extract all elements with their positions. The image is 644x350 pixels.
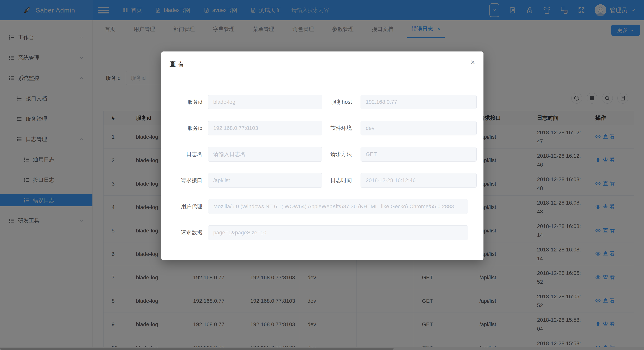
time-field[interactable]	[360, 173, 476, 188]
request-data-field[interactable]	[208, 225, 468, 240]
service-host-field[interactable]	[360, 95, 476, 109]
service-ip-field[interactable]	[208, 121, 322, 135]
env-field[interactable]	[360, 121, 476, 135]
field-label-service-host: 服务host	[322, 95, 360, 109]
field-label-request-data: 请求数据	[161, 225, 202, 240]
service-id-field[interactable]	[208, 95, 322, 109]
view-log-dialog: 查 看 × 服务id 服务host 服务ip 软件环境 日志名 请求方法 请求接…	[161, 52, 484, 260]
field-label-service-id: 服务id	[161, 95, 202, 109]
log-name-field[interactable]	[208, 147, 322, 161]
method-field[interactable]	[360, 147, 476, 161]
field-label-log-name: 日志名	[161, 147, 202, 161]
field-label-time: 日志时间	[322, 173, 360, 188]
field-label-env: 软件环境	[322, 121, 360, 135]
dialog-title: 查 看	[169, 60, 184, 68]
field-label-api: 请求接口	[161, 173, 202, 188]
api-field[interactable]	[208, 173, 322, 188]
dialog-form: 服务id 服务host 服务ip 软件环境 日志名 请求方法 请求接口 日志时间…	[161, 95, 484, 240]
close-icon[interactable]: ×	[471, 58, 475, 66]
field-label-service-ip: 服务ip	[161, 121, 202, 135]
user-agent-field[interactable]	[208, 199, 468, 214]
field-label-user-agent: 用户代理	[161, 199, 202, 214]
field-label-method: 请求方法	[322, 147, 360, 161]
